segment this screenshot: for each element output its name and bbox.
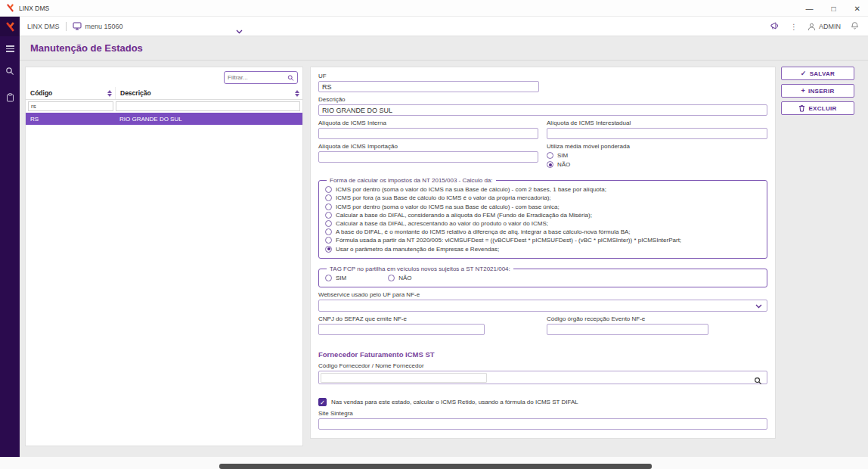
tag-fcp-legend: TAG FCP no partilha em veículos novos su… (327, 266, 513, 272)
site-sintegra-input[interactable] (318, 418, 767, 430)
nt2015-option-3[interactable]: ICMS por dentro (soma o valor do ICMS na… (325, 203, 761, 210)
topbar-right: ⋮ ADMIN (770, 17, 859, 36)
chevron-down-icon (755, 304, 762, 309)
radio-icon[interactable] (325, 194, 332, 201)
search-icon[interactable] (287, 74, 294, 82)
icms-importacao-label: Alíquota de ICMS Importação (318, 143, 538, 150)
linx-logo-icon (5, 22, 15, 32)
table-row-selected[interactable]: RS RIO GRANDE DO SUL (26, 113, 302, 125)
nt2015-option-4[interactable]: Calcular a base do DIFAL, considerando a… (325, 212, 761, 219)
icms-interna-input[interactable] (318, 128, 538, 139)
trash-icon (798, 104, 805, 112)
radio-icon[interactable] (325, 203, 332, 210)
action-buttons: ✓ SALVAR + INSERIR EXCLUIR (781, 67, 854, 115)
insert-button[interactable]: + INSERIR (781, 84, 854, 98)
sidebar-logo[interactable] (0, 17, 20, 36)
nt2015-option-7[interactable]: Fórmula usada a partir da NT 2020/005: v… (325, 237, 761, 244)
uf-label: UF (318, 73, 767, 79)
overflow-dots-icon[interactable]: ⋮ (790, 23, 798, 31)
nt2015-option-8[interactable]: Usar o parâmetro da manutenção de Empres… (325, 246, 761, 253)
search-icon[interactable] (5, 65, 14, 79)
filter-input[interactable] (228, 74, 287, 81)
window-title: LINX DMS (19, 5, 49, 12)
icms-interestadual-input[interactable] (547, 128, 767, 139)
sidebar-icons (0, 36, 20, 105)
bell-icon[interactable] (851, 20, 859, 33)
filter-codigo-input[interactable] (28, 101, 113, 111)
tag-fcp-sim-option[interactable]: SIM (325, 275, 346, 281)
icms-retido-checkbox-row[interactable]: Nas vendas para este estado, calcular o … (318, 398, 767, 406)
uf-input[interactable] (318, 81, 539, 92)
user-menu[interactable]: ADMIN (808, 23, 841, 31)
window-titlebar: LINX DMS — □ ✕ (0, 0, 868, 17)
icms-retido-label: Nas vendas para este estado, calcular o … (331, 399, 578, 405)
radio-icon[interactable] (547, 152, 553, 159)
cnpj-sefaz-label: CNPJ do SEFAZ que emite NF-e (318, 315, 538, 322)
icms-importacao-input[interactable] (318, 151, 538, 163)
topbar: LINX DMS menu 15060 ⋮ ADMIN (20, 17, 868, 36)
media-movel-nao-option[interactable]: NÃO (547, 161, 767, 168)
radio-icon[interactable] (325, 220, 332, 227)
radio-icon[interactable] (325, 228, 332, 235)
orgao-recepcao-input[interactable] (547, 324, 708, 335)
radio-icon[interactable] (325, 186, 332, 193)
scrollbar-thumb[interactable] (219, 464, 652, 469)
webservice-select[interactable] (318, 300, 767, 312)
fornecedor-input[interactable] (321, 373, 487, 383)
app-window: LINX DMS — □ ✕ LINX DMS menu 15060 (0, 0, 868, 469)
chevron-down-icon[interactable] (236, 23, 243, 37)
tag-fcp-nao-option[interactable]: NÃO (388, 275, 411, 281)
column-header-codigo[interactable]: Código (26, 87, 115, 99)
icms-interna-label: Alíquota de ICMS Interna (318, 120, 538, 126)
separator (66, 22, 67, 31)
state-form-panel: UF Descrição Alíquota de ICMS Interna Al… (310, 67, 776, 439)
content-area: Manutenção de Estados Código Descrição (20, 36, 868, 457)
radio-icon[interactable] (547, 161, 553, 168)
orgao-recepcao-label: Código órgão recepção Evento NF-e (547, 315, 767, 322)
checkbox-icon[interactable] (318, 398, 327, 406)
save-button[interactable]: ✓ SALVAR (781, 67, 854, 80)
radio-icon[interactable] (325, 212, 332, 219)
cnpj-sefaz-input[interactable] (318, 324, 485, 335)
person-icon (808, 23, 816, 31)
page-title: Manutenção de Estados (30, 42, 143, 54)
column-filter-row (26, 100, 302, 113)
fornecedor-label: Código Fornecedor / Nome Fornecedor (318, 362, 767, 369)
megaphone-icon[interactable] (770, 20, 780, 33)
sort-icon[interactable] (107, 90, 112, 97)
check-icon: ✓ (801, 70, 807, 77)
icms-interestadual-label: Alíquota de ICMS Interestadual (547, 120, 767, 126)
maximize-button[interactable]: □ (832, 5, 836, 13)
radio-icon[interactable] (388, 275, 395, 281)
sidebar (0, 17, 20, 457)
user-label: ADMIN (819, 23, 841, 30)
radio-icon[interactable] (325, 275, 332, 281)
records-panel: Código Descrição RS RIO GRANDE DO SUL (25, 67, 303, 446)
divider (20, 60, 868, 61)
search-icon[interactable] (754, 374, 762, 388)
minimize-button[interactable]: — (806, 5, 814, 13)
descricao-label: Descrição (318, 96, 767, 103)
filter-descricao-input[interactable] (116, 101, 300, 111)
linx-logo-icon (6, 4, 14, 12)
nt2015-option-2[interactable]: ICMS por fora (a sua Base de cálculo do … (325, 194, 761, 201)
column-header-descricao[interactable]: Descrição (115, 87, 302, 99)
monitor-icon (73, 22, 82, 30)
descricao-input[interactable] (318, 104, 767, 116)
filter-box (224, 71, 298, 84)
tag-fcp-fieldset: TAG FCP no partilha em veículos novos su… (318, 266, 767, 287)
menu-icon[interactable] (6, 45, 14, 52)
menu-label[interactable]: menu 15060 (85, 23, 123, 30)
sort-icon[interactable] (295, 90, 299, 97)
nt2015-option-6[interactable]: A base do DIFAL, é o montante do ICMS re… (325, 228, 761, 235)
radio-icon[interactable] (325, 246, 332, 253)
tasks-clipboard-icon[interactable] (6, 92, 14, 105)
nt2015-option-1[interactable]: ICMS por dentro (soma o valor do ICMS na… (325, 186, 761, 193)
close-button[interactable]: ✕ (854, 5, 860, 13)
radio-icon[interactable] (325, 237, 332, 244)
nt2015-option-5[interactable]: Calcular a base da DIFAL, acrescentando … (325, 220, 761, 227)
cell-descricao: RIO GRANDE DO SUL (115, 116, 302, 123)
window-controls: — □ ✕ (806, 0, 860, 17)
delete-button[interactable]: EXCLUIR (781, 101, 854, 115)
media-movel-sim-option[interactable]: SIM (547, 152, 767, 159)
